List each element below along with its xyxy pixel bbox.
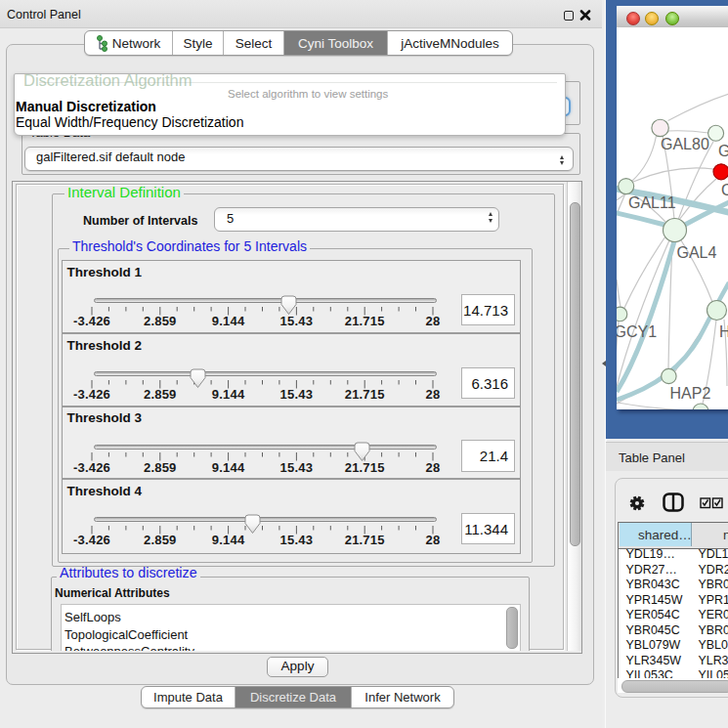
svg-text:GAL11: GAL11 — [628, 194, 676, 211]
svg-text:GA: GA — [718, 143, 728, 159]
svg-text:GCY1: GCY1 — [617, 323, 657, 340]
svg-text:GAL4: GAL4 — [677, 244, 717, 261]
svg-text:H: H — [719, 323, 728, 340]
svg-text:C: C — [721, 182, 728, 198]
svg-text:HAP2: HAP2 — [670, 385, 711, 402]
svg-text:GAL80: GAL80 — [661, 136, 709, 152]
